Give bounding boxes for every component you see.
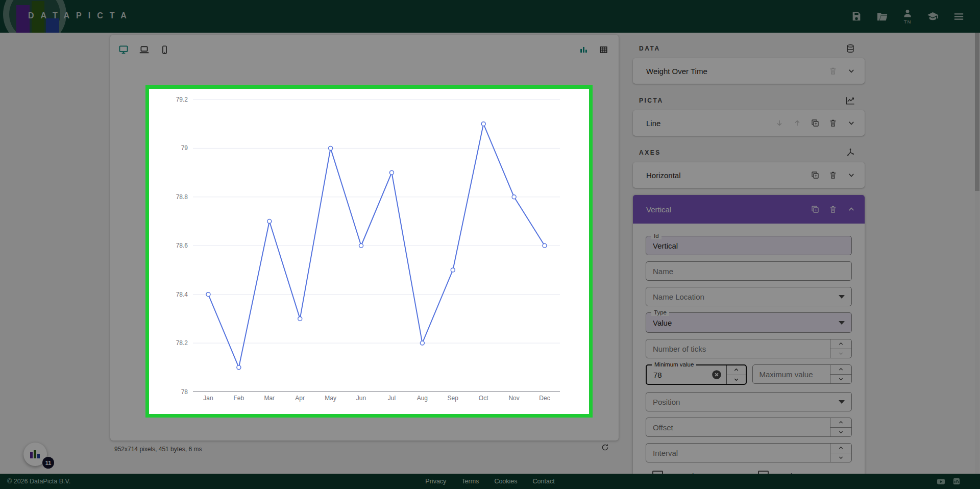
delete-data-button[interactable] xyxy=(828,66,838,76)
name-field xyxy=(646,261,852,281)
terms-link[interactable]: Terms xyxy=(461,478,479,485)
device-desktop-button[interactable] xyxy=(118,44,129,55)
duplicate-axis-button[interactable] xyxy=(811,205,820,214)
bar-chart-icon xyxy=(579,45,589,55)
increment-button[interactable] xyxy=(830,444,851,453)
hamburger-menu-icon xyxy=(953,11,965,22)
name-input[interactable] xyxy=(646,262,851,280)
clear-value-button[interactable] xyxy=(711,369,722,380)
decrement-button[interactable] xyxy=(830,453,851,462)
view-chart-button[interactable] xyxy=(579,45,589,55)
caret-down-icon xyxy=(839,321,845,325)
minimum-value-field: Minimum value xyxy=(646,364,747,385)
view-table-button[interactable] xyxy=(599,45,608,55)
footer-links: Privacy Terms Cookies Contact xyxy=(425,478,554,485)
contact-link[interactable]: Contact xyxy=(533,478,555,485)
cookies-link[interactable]: Cookies xyxy=(494,478,517,485)
svg-text:Jan: Jan xyxy=(203,395,213,402)
picta-card-title: Line xyxy=(646,119,775,128)
chevron-up-icon xyxy=(837,419,845,426)
type-field: Type xyxy=(646,312,852,333)
type-field-label: Type xyxy=(651,309,669,316)
increment-button[interactable] xyxy=(727,365,746,375)
increment-button[interactable] xyxy=(830,418,851,427)
arrow-up-icon xyxy=(793,118,802,128)
id-input[interactable] xyxy=(646,236,851,255)
name-location-select[interactable] xyxy=(646,287,851,306)
duplicate-icon xyxy=(811,205,820,214)
decrement-button[interactable] xyxy=(830,374,851,384)
increment-button[interactable] xyxy=(830,365,851,374)
picta-card-line[interactable]: Line xyxy=(633,110,865,136)
interval-input[interactable] xyxy=(646,444,851,462)
delete-picta-button[interactable] xyxy=(828,118,838,128)
brand-title: DATAPICTA xyxy=(28,11,133,20)
phone-icon xyxy=(160,45,169,55)
maximum-value-field xyxy=(752,364,852,384)
device-laptop-button[interactable] xyxy=(139,44,150,55)
section-header-picta: PICTA xyxy=(633,95,865,106)
table-icon xyxy=(599,45,608,55)
account-button[interactable]: TN xyxy=(902,8,913,25)
scrollbar-thumb[interactable] xyxy=(975,33,979,191)
device-mobile-button[interactable] xyxy=(160,45,169,55)
privacy-link[interactable]: Privacy xyxy=(425,478,446,485)
trash-icon xyxy=(828,205,838,214)
save-button[interactable] xyxy=(851,11,862,22)
scrollbar-track[interactable] xyxy=(975,33,979,474)
expand-data-button[interactable] xyxy=(846,66,856,76)
line-chart-canvas[interactable]: 79.27978.878.678.478.278JanFebMarAprMayJ… xyxy=(149,89,589,414)
duplicate-picta-button[interactable] xyxy=(811,118,820,128)
chevron-up-icon xyxy=(732,366,740,374)
svg-text:May: May xyxy=(325,395,336,402)
expand-picta-button[interactable] xyxy=(846,118,856,128)
footer-social xyxy=(936,477,961,486)
type-select[interactable] xyxy=(646,313,851,332)
decrement-button[interactable] xyxy=(830,427,851,437)
graduation-cap-icon xyxy=(927,11,939,22)
clear-x-icon xyxy=(711,369,722,380)
linkedin-link[interactable] xyxy=(952,477,961,485)
chevron-up-icon xyxy=(837,340,845,348)
number-of-ticks-input[interactable] xyxy=(646,339,851,358)
refresh-button[interactable] xyxy=(601,443,609,452)
axis-card-horizontal[interactable]: Horizontal xyxy=(633,162,865,188)
collapse-axis-button[interactable] xyxy=(846,204,856,214)
decrement-button[interactable] xyxy=(727,375,746,384)
data-card-weight-over-time[interactable]: Weight Over Time xyxy=(633,58,865,84)
svg-text:Jun: Jun xyxy=(356,395,366,402)
delete-axis-button[interactable] xyxy=(828,205,838,214)
spinner xyxy=(830,418,851,436)
spinner xyxy=(830,339,851,358)
duplicate-axis-button[interactable] xyxy=(811,170,820,180)
arrow-down-icon xyxy=(775,118,784,128)
chevron-down-icon xyxy=(846,118,856,128)
vertical-panel-title: Vertical xyxy=(646,205,811,214)
svg-text:Jul: Jul xyxy=(388,395,396,402)
chevron-down-icon xyxy=(846,66,856,76)
svg-text:Aug: Aug xyxy=(417,395,428,402)
move-up-button[interactable] xyxy=(793,118,802,128)
decrement-button[interactable] xyxy=(830,349,851,358)
delete-axis-button[interactable] xyxy=(828,170,838,180)
youtube-icon xyxy=(936,477,946,486)
expand-axis-button[interactable] xyxy=(846,170,856,180)
open-project-button[interactable] xyxy=(876,11,888,22)
svg-text:78.8: 78.8 xyxy=(176,193,188,201)
learn-button[interactable] xyxy=(927,11,939,22)
chevron-down-icon xyxy=(837,350,845,357)
linkedin-icon xyxy=(952,477,961,485)
increment-button[interactable] xyxy=(830,339,851,349)
chevron-down-icon xyxy=(837,454,845,461)
svg-text:78.6: 78.6 xyxy=(176,242,188,249)
menu-button[interactable] xyxy=(953,11,965,22)
fab-count-badge: 11 xyxy=(42,457,54,469)
minimum-value-label: Minimum value xyxy=(652,361,696,368)
move-down-button[interactable] xyxy=(775,118,784,128)
youtube-link[interactable] xyxy=(936,477,946,486)
duplicate-icon xyxy=(811,118,820,128)
number-of-ticks-field xyxy=(646,339,852,358)
position-select[interactable] xyxy=(646,393,851,411)
offset-input[interactable] xyxy=(646,418,851,436)
vertical-panel-header[interactable]: Vertical xyxy=(633,195,865,224)
